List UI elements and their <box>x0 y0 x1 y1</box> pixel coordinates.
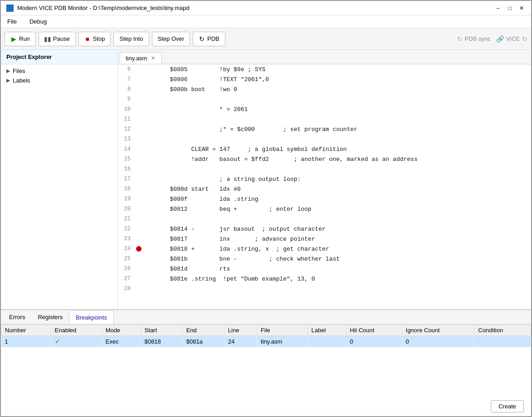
stop-icon: ■ <box>84 36 91 42</box>
table-cell: ✓ <box>51 336 102 347</box>
code-line: 21 <box>118 214 531 224</box>
line-number: 19 <box>118 196 134 202</box>
table-cell: $081a <box>182 336 224 347</box>
col-enabled: Enabled <box>51 325 102 336</box>
sidebar: Project Explorer ▶ Files ▶ Labels <box>1 50 118 309</box>
code-text: !addr basout = $ffd2 ; another one, mark… <box>143 156 418 163</box>
code-line: 26 $081d rts <box>118 264 531 274</box>
code-line: 12 ;* = $c000 ; set program counter <box>118 124 531 134</box>
close-button[interactable]: ✕ <box>517 4 526 12</box>
line-number: 13 <box>118 136 134 142</box>
table-cell: 1 <box>1 336 51 347</box>
breakpoints-tbody: 1✓Exec$0818$081a24tiny.asm00 <box>1 336 531 347</box>
code-text: $0805 !by $9e ; SYS <box>143 66 265 73</box>
line-number: 12 <box>118 126 134 132</box>
line-number: 17 <box>118 176 134 182</box>
menu-debug[interactable]: Debug <box>27 17 49 26</box>
table-cell <box>474 336 531 347</box>
table-cell: 0 <box>402 336 474 347</box>
line-number: 25 <box>118 256 134 262</box>
tab-registers[interactable]: Registers <box>31 310 69 324</box>
tab-breakpoints[interactable]: Breakpoints <box>69 310 114 324</box>
line-number: 15 <box>118 156 134 162</box>
tab-close-icon[interactable]: ✕ <box>150 55 156 62</box>
line-number: 27 <box>118 276 134 282</box>
vice-refresh-icon: ↻ <box>522 35 527 43</box>
stop-button[interactable]: ■ Stop <box>78 32 111 46</box>
window-title: Modern VICE PDB Monitor - D:\Temp\modern… <box>17 5 494 11</box>
step-over-button[interactable]: Step Over <box>152 32 190 46</box>
breakpoints-data-table: Number Enabled Mode Start End Line File … <box>1 325 531 347</box>
code-text: $0817 inx ; advance pointer <box>143 236 315 242</box>
table-cell: $0818 <box>141 336 182 347</box>
line-number: 6 <box>118 66 134 73</box>
table-cell: tiny.asm <box>257 336 307 347</box>
table-cell: Exec <box>102 336 141 347</box>
pdb-sync-refresh-icon: ↻ <box>457 35 463 43</box>
code-text: $080d start ldx #0 <box>143 186 241 193</box>
code-line: 28 <box>118 284 531 294</box>
col-line: Line <box>224 325 257 336</box>
editor-tabs: tiny.asm ✕ <box>118 50 531 64</box>
code-line: 19 $080f lda .string <box>118 194 531 204</box>
window-controls: – □ ✕ <box>494 4 526 12</box>
run-icon: ▶ <box>10 36 17 42</box>
breakpoint-area[interactable] <box>134 246 143 252</box>
col-ignore-count: Ignore Count <box>402 325 474 336</box>
pdb-sync-icon: ↻ <box>199 36 205 42</box>
code-line: 22 $0814 - jsr basout ; output character <box>118 224 531 234</box>
run-button[interactable]: ▶ Run <box>5 32 36 46</box>
code-line: 13 <box>118 134 531 144</box>
code-line: 11 <box>118 114 531 124</box>
table-row[interactable]: 1✓Exec$0818$081a24tiny.asm00 <box>1 336 531 347</box>
col-mode: Mode <box>102 325 141 336</box>
maximize-button[interactable]: □ <box>506 4 514 12</box>
editor-tab-tiny-asm[interactable]: tiny.asm ✕ <box>120 52 162 64</box>
line-number: 24 <box>118 246 134 252</box>
pdb-sync-button[interactable]: ↻ PDB sync <box>457 35 491 43</box>
tab-errors[interactable]: Errors <box>3 310 31 324</box>
menu-bar: File Debug <box>1 15 531 28</box>
line-number: 28 <box>118 286 134 292</box>
code-line: 18 $080d start ldx #0 <box>118 184 531 194</box>
code-line: 17 ; a string output loop: <box>118 174 531 184</box>
col-start: Start <box>141 325 182 336</box>
code-text: CLEAR = 147 ; a global symbol definition <box>143 146 347 153</box>
code-text: $081d rts <box>143 266 230 272</box>
col-condition: Condition <box>474 325 531 336</box>
bottom-tabs: Errors Registers Breakpoints <box>1 310 531 325</box>
code-text: $081b bne - ; check whether last <box>143 256 340 262</box>
step-into-button[interactable]: Step Into <box>113 32 149 46</box>
bottom-panel: Errors Registers Breakpoints Number Enab… <box>1 309 531 417</box>
line-number: 11 <box>118 116 134 122</box>
line-number: 9 <box>118 96 134 102</box>
line-number: 22 <box>118 226 134 232</box>
app-icon <box>6 5 14 12</box>
toolbar: ▶ Run ▮▮ Pause ■ Stop Step Into Step Ove… <box>1 28 531 50</box>
menu-file[interactable]: File <box>5 17 20 26</box>
code-text: $080b boot !wo 0 <box>143 86 237 93</box>
sidebar-item-files[interactable]: ▶ Files <box>1 66 117 76</box>
vice-link-icon: 🔗 <box>496 35 504 43</box>
breakpoints-header-row: Number Enabled Mode Start End Line File … <box>1 325 531 336</box>
code-text: * = 2061 <box>143 106 248 113</box>
pause-icon: ▮▮ <box>44 36 51 42</box>
minimize-button[interactable]: – <box>494 4 502 12</box>
code-text: $0818 + lda .string, x ; get character <box>143 246 329 252</box>
line-number: 21 <box>118 216 134 222</box>
vice-button[interactable]: 🔗 VICE ↻ <box>496 35 527 43</box>
line-number: 8 <box>118 86 134 92</box>
tree-arrow-files: ▶ <box>6 68 10 74</box>
tree-arrow-labels: ▶ <box>6 78 10 83</box>
bottom-wrapper: Errors Registers Breakpoints Number Enab… <box>1 310 531 417</box>
pause-button[interactable]: ▮▮ Pause <box>39 32 76 46</box>
pdb-button[interactable]: ↻ PDB <box>193 32 225 46</box>
sidebar-item-labels[interactable]: ▶ Labels <box>1 76 117 85</box>
code-text: $0806 !TEXT "2061",0 <box>143 76 269 83</box>
create-button[interactable]: Create <box>491 400 524 412</box>
code-text: $0814 - jsr basout ; output character <box>143 226 326 233</box>
toolbar-right: ↻ PDB sync 🔗 VICE ↻ <box>457 35 527 43</box>
enabled-check-icon: ✓ <box>55 338 60 345</box>
sidebar-tree: ▶ Files ▶ Labels <box>1 64 117 309</box>
editor-content[interactable]: 6 $0805 !by $9e ; SYS7 $0806 !TEXT "2061… <box>118 64 531 309</box>
